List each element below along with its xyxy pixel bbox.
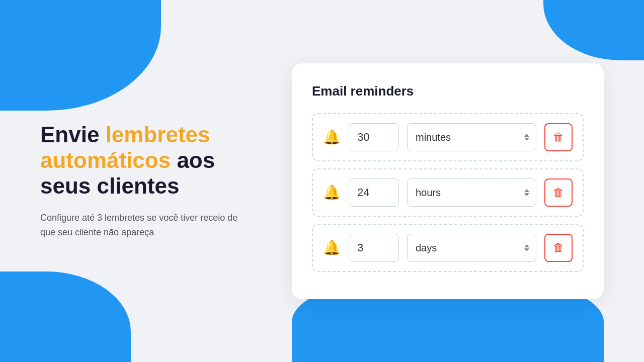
reminder-row-2: 🔔 minutes hours days 🗑 bbox=[312, 168, 584, 217]
reminder-2-unit-select[interactable]: minutes hours days bbox=[407, 178, 536, 207]
page-content: Envie lembretes automáticos aos seus cli… bbox=[0, 0, 644, 362]
reminder-3-unit-wrapper: minutes hours days bbox=[407, 234, 536, 262]
trash-icon-3: 🗑 bbox=[553, 241, 564, 254]
left-section: Envie lembretes automáticos aos seus cli… bbox=[40, 122, 252, 239]
delete-reminder-2-button[interactable]: 🗑 bbox=[544, 178, 573, 207]
reminder-3-number-input[interactable] bbox=[349, 234, 399, 262]
hero-title: Envie lembretes automáticos aos seus cli… bbox=[40, 122, 252, 199]
title-part1: Envie bbox=[40, 122, 106, 147]
bell-icon-2: 🔔 bbox=[323, 184, 341, 201]
trash-icon-1: 🗑 bbox=[553, 131, 564, 144]
reminder-2-unit-wrapper: minutes hours days bbox=[407, 178, 536, 207]
bell-icon-1: 🔔 bbox=[323, 129, 341, 145]
reminder-row-3: 🔔 minutes hours days 🗑 bbox=[312, 224, 584, 272]
email-reminders-card: Email reminders 🔔 minutes hours days bbox=[292, 63, 604, 299]
reminder-1-number-input[interactable] bbox=[349, 123, 399, 151]
reminder-2-number-input[interactable] bbox=[349, 178, 399, 207]
right-section: Email reminders 🔔 minutes hours days bbox=[292, 63, 604, 299]
delete-reminder-3-button[interactable]: 🗑 bbox=[544, 234, 573, 262]
reminder-1-unit-select[interactable]: minutes hours days bbox=[407, 123, 536, 151]
reminder-1-unit-wrapper: minutes hours days bbox=[407, 123, 536, 151]
hero-subtitle: Configure até 3 lembretes se você tiver … bbox=[40, 211, 252, 240]
delete-reminder-1-button[interactable]: 🗑 bbox=[544, 123, 573, 151]
reminder-row-1: 🔔 minutes hours days 🗑 bbox=[312, 113, 584, 161]
card-title: Email reminders bbox=[312, 83, 584, 99]
reminder-3-unit-select[interactable]: minutes hours days bbox=[407, 234, 536, 262]
bell-icon-3: 🔔 bbox=[323, 239, 341, 256]
trash-icon-2: 🗑 bbox=[553, 186, 564, 199]
